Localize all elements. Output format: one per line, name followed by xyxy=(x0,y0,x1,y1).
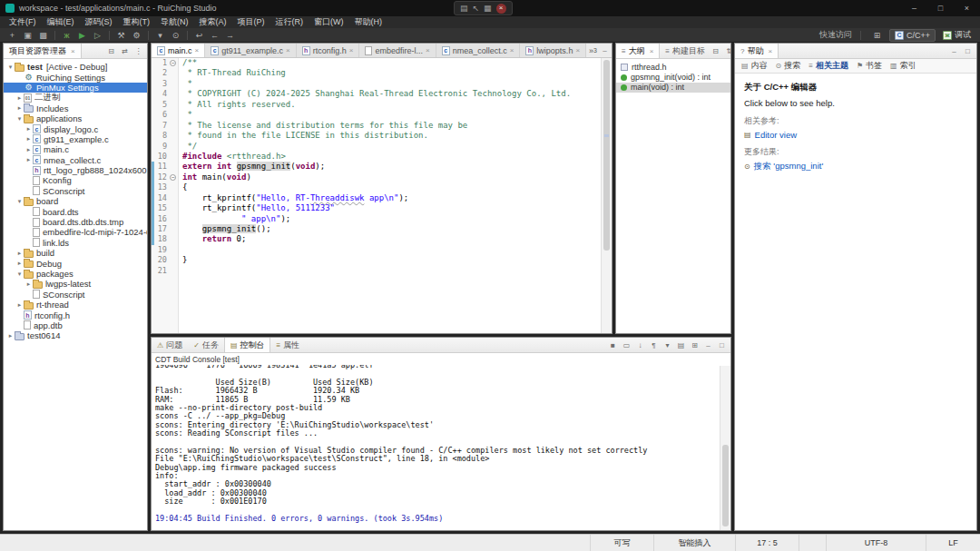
code-line[interactable]: */ xyxy=(182,142,601,152)
menu-item-1[interactable]: 编辑(E) xyxy=(42,16,80,28)
tree-item[interactable]: app.dtb xyxy=(4,320,147,330)
close-icon[interactable]: × xyxy=(286,46,290,54)
outline-item[interactable]: gpsmng_init(void) : int xyxy=(616,72,730,82)
tab-console[interactable]: ▤控制台 xyxy=(224,338,271,352)
word-wrap-icon[interactable]: ¶ xyxy=(649,341,659,349)
stop-sharing-icon[interactable]: × xyxy=(496,4,506,14)
link-editor-icon[interactable]: ⇄ xyxy=(120,47,130,55)
hidden-tabs-indicator[interactable]: »3 xyxy=(586,44,600,57)
help-nav-bookmark[interactable]: ⚑书签 xyxy=(857,60,882,72)
code-line[interactable]: /** xyxy=(182,58,601,68)
code-line[interactable]: return 0; xyxy=(182,234,601,244)
perspective-cpp[interactable]: CC/C++ xyxy=(889,29,936,42)
quick-access[interactable]: 快速访问 xyxy=(819,29,852,41)
close-icon[interactable]: × xyxy=(768,47,772,55)
editor-tab[interactable]: cnmea_collect.c× xyxy=(436,44,521,57)
tree-item[interactable]: ▸Includes xyxy=(4,103,147,113)
minimize-icon[interactable]: – xyxy=(703,341,713,349)
outline-list[interactable]: rtthread.hgpsmng_init(void) : intmain(vo… xyxy=(616,59,730,333)
tab-problems[interactable]: ⚠问题 xyxy=(152,338,188,352)
project-tree[interactable]: ▾test[Active - Debug]⚙RuiChing Settings⚙… xyxy=(4,59,147,530)
forward-button[interactable]: → xyxy=(223,29,237,41)
code-line[interactable]: #include <rtthread.h> xyxy=(182,152,601,162)
clear-console-icon[interactable]: ▭ xyxy=(622,341,632,349)
collapse-all-icon[interactable]: ⊟ xyxy=(710,47,720,55)
tree-item[interactable]: ▸cmain.c xyxy=(4,144,147,154)
tree-item[interactable]: ▾board xyxy=(4,196,147,206)
share-screen-icon[interactable]: ▤ xyxy=(460,5,468,13)
close-icon[interactable]: × xyxy=(426,46,430,54)
external-tools-button[interactable]: ▷ xyxy=(91,29,104,41)
sort-icon[interactable]: ⇅ xyxy=(724,47,731,55)
code-line[interactable]: * found in the file LICENSE in this dist… xyxy=(182,131,601,141)
console-scrollbar-thumb[interactable] xyxy=(722,445,729,526)
tree-item[interactable]: embedfire-lcd-mipi-7-1024-600.dtsi xyxy=(4,227,147,237)
close-icon[interactable]: × xyxy=(575,46,580,54)
scroll-lock-icon[interactable]: ↓ xyxy=(635,341,645,349)
outline-item[interactable]: main(void) : int xyxy=(616,83,730,93)
editor-tab[interactable]: cgt911_example.c× xyxy=(205,44,297,57)
menu-item-0[interactable]: 文件(F) xyxy=(4,16,42,28)
close-icon[interactable]: × xyxy=(349,46,354,54)
tree-item[interactable]: ▸build xyxy=(4,248,147,258)
tab-properties[interactable]: ≡属性 xyxy=(270,338,305,352)
code-line[interactable]: int main(void) xyxy=(182,172,601,182)
tree-item[interactable]: ▸Debug xyxy=(4,258,147,268)
tree-item[interactable]: Kconfig xyxy=(4,175,147,185)
editor-gutter[interactable]: 1−23456789101112−131415161718192021 xyxy=(152,58,179,333)
code-line[interactable]: " app\n"); xyxy=(182,214,601,224)
editor-tab[interactable]: embedfire-l...× xyxy=(359,44,436,57)
maximize-icon[interactable]: □ xyxy=(963,47,973,55)
tab-project-explorer[interactable]: 项目资源管理器 × xyxy=(4,44,82,58)
help-link-editor-view[interactable]: ▤ Editor view xyxy=(744,130,967,140)
keyboard-grid-icon[interactable]: ▦ xyxy=(484,5,492,13)
open-console-icon[interactable]: ⊞ xyxy=(690,341,700,349)
new-button[interactable]: + xyxy=(5,29,19,41)
tree-item[interactable]: ▸lwgps-latest xyxy=(4,279,147,289)
fold-marker-icon[interactable]: − xyxy=(170,60,176,66)
menu-item-7[interactable]: 运行(R) xyxy=(270,16,309,28)
editor-scrollbar[interactable] xyxy=(601,58,612,333)
tree-item[interactable]: ▸test0614 xyxy=(4,330,147,340)
tab-tasks[interactable]: ✓任务 xyxy=(188,338,224,352)
menu-item-6[interactable]: 项目(P) xyxy=(232,16,270,28)
tree-item[interactable]: ▸cnmea_collect.c xyxy=(4,155,147,165)
menu-item-3[interactable]: 重构(T) xyxy=(118,16,156,28)
close-button[interactable]: × xyxy=(954,0,980,16)
tree-item[interactable]: SConscript xyxy=(4,186,147,196)
menu-item-4[interactable]: 导航(N) xyxy=(155,16,194,28)
code-line[interactable]: * COPYRIGHT (C) 2024-2025 Shanghai Real-… xyxy=(182,89,601,99)
help-link-search[interactable]: ⊙ 搜索 'gpsmng_init' xyxy=(744,161,967,172)
terminate-icon[interactable]: ■ xyxy=(608,341,618,349)
tree-item[interactable]: ▸cgt911_example.c xyxy=(4,134,147,144)
fold-marker-icon[interactable]: − xyxy=(170,174,176,181)
minimize-icon[interactable]: – xyxy=(949,47,959,55)
maximize-button[interactable]: □ xyxy=(927,0,954,16)
pin-console-icon[interactable]: ▾ xyxy=(662,341,672,349)
save-all-button[interactable]: ▩ xyxy=(36,29,50,41)
code-line[interactable]: * RT-Thread RuiChing xyxy=(182,68,601,78)
new-wizard-button[interactable]: ▾ xyxy=(153,29,167,41)
save-button[interactable]: ▣ xyxy=(21,29,34,41)
code-line[interactable]: gpsmng_init(); xyxy=(182,224,601,234)
editor-tab[interactable]: hlwipopts.h× xyxy=(520,44,586,57)
search-button[interactable]: ⊙ xyxy=(169,29,182,41)
code-line[interactable]: { xyxy=(182,182,601,192)
perspective-debug[interactable]: ж调试 xyxy=(938,28,975,42)
close-icon[interactable]: × xyxy=(510,46,514,54)
view-menu-icon[interactable]: ⋮ xyxy=(133,47,143,55)
tab-build-targets[interactable]: ≡构建目标 xyxy=(660,44,710,58)
tree-item[interactable]: board.dts xyxy=(4,206,147,216)
collapse-all-icon[interactable]: ⊟ xyxy=(106,47,116,55)
last-edit-button[interactable]: ↩ xyxy=(192,29,206,41)
tree-item[interactable]: ⚙PinMux Settings xyxy=(4,83,147,93)
code-line[interactable]: * xyxy=(182,79,601,89)
tree-item[interactable]: hrtconfig.h xyxy=(4,310,147,320)
tree-item[interactable]: ▸cdisplay_logo.c xyxy=(4,123,147,133)
help-nav-related[interactable]: ≡相关主题 xyxy=(808,60,848,72)
console-output[interactable]: 1964696 1776 16669 1983141 1e41a5 app.el… xyxy=(152,365,730,530)
tree-item[interactable]: ⚙RuiChing Settings xyxy=(4,72,147,82)
code-line[interactable] xyxy=(182,266,601,276)
help-nav-index[interactable]: ▥索引 xyxy=(890,60,916,72)
back-button[interactable]: ← xyxy=(208,29,221,41)
